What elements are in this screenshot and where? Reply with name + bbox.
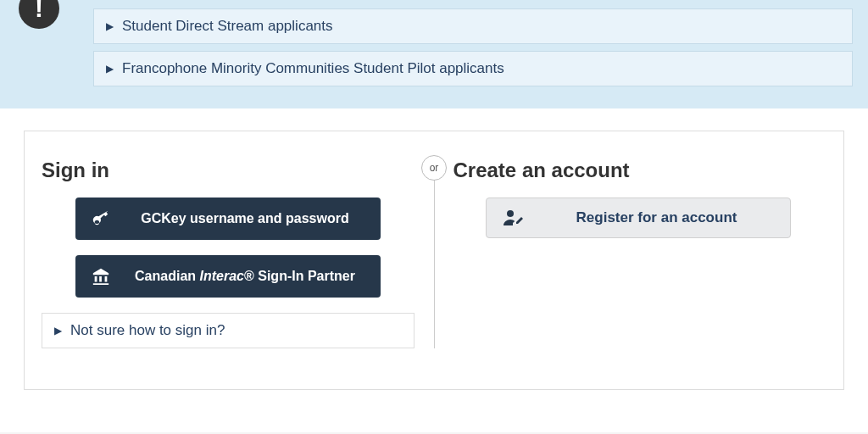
create-account-column: Create an account Register for an accoun… <box>435 159 827 348</box>
expander-label: Student Direct Stream applicants <box>122 18 333 35</box>
signin-column: Sign in GCKey username and password Cana… <box>42 159 434 348</box>
register-account-button[interactable]: Register for an account <box>486 198 791 238</box>
alert-icon: ! <box>19 0 59 29</box>
expander-label: Not sure how to sign in? <box>70 322 225 339</box>
notice-expanders: ▶ Student Direct Stream applicants ▶ Fra… <box>93 0 853 86</box>
chevron-right-icon: ▶ <box>106 20 114 32</box>
button-label: Canadian Interac® Sign-In Partner <box>125 269 365 284</box>
notice-band: ! ▶ Student Direct Stream applicants ▶ F… <box>0 0 868 108</box>
expander-francophone-pilot[interactable]: ▶ Francophone Minority Communities Stude… <box>93 51 853 86</box>
signin-title: Sign in <box>42 159 434 182</box>
button-label: GCKey username and password <box>125 211 365 226</box>
bank-icon <box>91 267 111 286</box>
expander-not-sure-signin[interactable]: ▶ Not sure how to sign in? <box>42 313 415 348</box>
gckey-signin-button[interactable]: GCKey username and password <box>75 198 381 240</box>
svg-point-0 <box>507 210 514 217</box>
chevron-right-icon: ▶ <box>54 325 62 337</box>
signin-panel: Sign in GCKey username and password Cana… <box>24 131 844 390</box>
interac-signin-button[interactable]: Canadian Interac® Sign-In Partner <box>75 255 381 298</box>
button-label: Register for an account <box>539 209 775 226</box>
expander-student-direct-stream[interactable]: ▶ Student Direct Stream applicants <box>93 8 853 44</box>
chevron-right-icon: ▶ <box>106 63 114 75</box>
key-icon <box>91 209 111 228</box>
create-account-title: Create an account <box>453 159 827 182</box>
user-edit-icon <box>502 209 526 227</box>
expander-label: Francophone Minority Communities Student… <box>122 60 504 77</box>
